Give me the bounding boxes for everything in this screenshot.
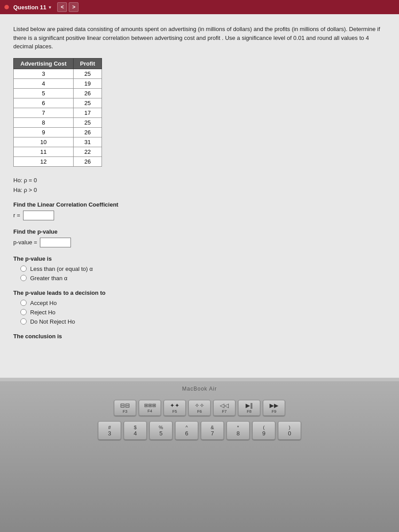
f8-key[interactable]: ▶‖ F8 [238,400,260,416]
percent-key-top: % [159,425,163,430]
rparen-key-bot: 0 [288,430,291,437]
f5-icon: ✦✦ [170,402,180,409]
question-number: Question 11 [13,4,46,11]
data-table: Advertising Cost Profit 3254195266257178… [13,58,102,167]
r-input-row: r = [13,211,386,220]
profit-cell: 25 [74,69,102,78]
radio-reject-ho-input[interactable] [20,309,27,315]
profit-cell: 25 [74,98,102,108]
hypotheses: Ho: ρ = 0 Ha: ρ > 0 [13,176,386,195]
advertising-cost-cell: 12 [14,156,74,166]
ampersand-key-top: & [211,425,214,430]
asterisk-key-bot: 8 [236,430,239,437]
radio-greater-than-label: Greater than α [30,275,67,282]
profit-cell: 26 [74,127,102,137]
f8-label: F8 [247,409,252,414]
f9-label: F9 [272,409,277,414]
lparen-key-top: ( [263,425,265,430]
f6-key[interactable]: ✧✧ F6 [188,400,211,416]
radio-reject-ho-label: Reject Ho [30,309,55,316]
asterisk-key[interactable]: * 8 [227,421,250,440]
advertising-cost-cell: 10 [14,137,74,147]
table-row: 325 [14,69,102,78]
decision-radio-group: Accept Ho Reject Ho Do Not Reject Ho [20,300,386,325]
problem-text: Listed below are paired data consisting … [13,25,386,51]
f5-label: F5 [172,409,177,414]
advertising-cost-cell: 4 [14,78,74,88]
nav-arrows: < > [57,2,78,12]
ha-label: Ha: ρ > 0 [13,185,386,195]
caret-key-bot: 6 [185,430,188,437]
radio-reject-ho[interactable]: Reject Ho [20,309,386,316]
decision-label: The p-value leads to a decision to [13,289,386,296]
radio-do-not-reject-ho-input[interactable] [20,318,27,325]
r-input[interactable] [23,211,54,220]
nav-forward-button[interactable]: > [69,2,78,12]
f4-label: F4 [148,409,153,413]
macbook-label: MacBook Air [182,386,217,392]
find-r-label: Find the Linear Correlation Coefficient [13,201,386,208]
f8-icon: ▶‖ [246,402,253,409]
table-row: 717 [14,108,102,117]
fn-key-row: ⊟⊟ F3 ⊞⊞⊞ F4 ✦✦ F5 ✧✧ F6 ◁◁ F7 ▶‖ F8 ▶▶ … [114,400,285,416]
table-row: 419 [14,78,102,88]
ampersand-key[interactable]: & 7 [201,421,224,440]
table-row: 825 [14,117,102,127]
radio-greater-than-input[interactable] [20,275,27,281]
r-input-label: r = [13,212,20,219]
f3-key[interactable]: ⊟⊟ F3 [114,400,136,416]
f9-key[interactable]: ▶▶ F9 [263,400,285,416]
table-row: 526 [14,88,102,98]
nav-back-button[interactable]: < [57,2,67,12]
table-row: 1031 [14,137,102,147]
f4-icon: ⊞⊞⊞ [144,403,156,408]
table-row: 1226 [14,156,102,166]
f4-key[interactable]: ⊞⊞⊞ F4 [139,400,161,416]
content-area: Listed below are paired data consisting … [0,14,399,378]
profit-cell: 26 [74,156,102,166]
table-row: 926 [14,127,102,137]
dollar-key-top: $ [134,425,137,430]
advertising-cost-cell: 7 [14,108,74,117]
lparen-key[interactable]: ( 9 [252,421,275,440]
profit-cell: 17 [74,108,102,117]
radio-accept-ho[interactable]: Accept Ho [20,300,386,306]
bottom-key-row: # 3 $ 4 % 5 ^ 6 & 7 * 8 ( 9 ) 0 [98,421,301,440]
pvalue-input[interactable] [40,238,71,247]
radio-accept-ho-input[interactable] [20,300,27,306]
advertising-cost-cell: 8 [14,117,74,127]
radio-accept-ho-label: Accept Ho [30,300,57,306]
dollar-key[interactable]: $ 4 [124,421,147,440]
hash-key-bot: 3 [108,430,111,437]
caret-key[interactable]: ^ 6 [175,421,198,440]
table-row: 1122 [14,147,102,156]
advertising-cost-cell: 5 [14,88,74,98]
f6-label: F6 [197,409,202,414]
f7-label: F7 [222,409,227,414]
question-label: Question 11 ▾ < > [13,2,78,12]
asterisk-key-top: * [237,425,239,430]
radio-do-not-reject-ho-label: Do Not Reject Ho [30,318,75,325]
advertising-cost-cell: 6 [14,98,74,108]
f7-key[interactable]: ◁◁ F7 [213,400,235,416]
f3-label: F3 [123,409,128,414]
profit-cell: 31 [74,137,102,147]
window-dot [4,5,9,9]
table-row: 625 [14,98,102,108]
hash-key[interactable]: # 3 [98,421,121,440]
rparen-key-top: ) [289,425,290,430]
radio-greater-than[interactable]: Greater than α [20,275,386,282]
radio-do-not-reject-ho[interactable]: Do Not Reject Ho [20,318,386,325]
advertising-cost-cell: 9 [14,127,74,137]
radio-less-than-input[interactable] [20,266,27,272]
profit-cell: 19 [74,78,102,88]
conclusion-label: The conclusion is [13,333,386,340]
radio-less-than[interactable]: Less than (or equal to) α [20,266,386,272]
f5-key[interactable]: ✦✦ F5 [164,400,186,416]
dropdown-arrow[interactable]: ▾ [49,5,51,10]
percent-key-bot: 5 [159,430,162,437]
percent-key[interactable]: % 5 [149,421,172,440]
pvalue-radio-group: Less than (or equal to) α Greater than α [20,266,386,282]
rparen-key[interactable]: ) 0 [278,421,301,440]
profit-cell: 26 [74,88,102,98]
